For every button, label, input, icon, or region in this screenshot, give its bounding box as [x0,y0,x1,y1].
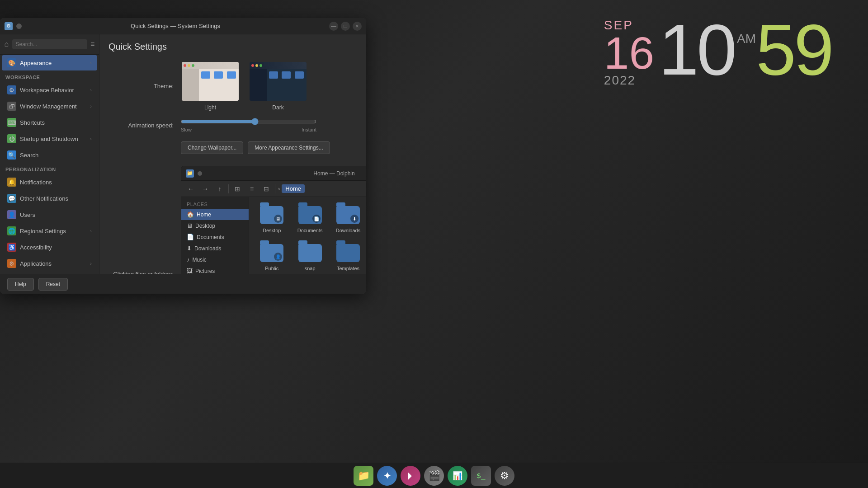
prev-dot-green [192,64,194,67]
file-downloads[interactable]: ⬇ Downloads [331,202,365,237]
taskbar-kde[interactable]: ✦ [377,466,397,486]
kde-taskbar-icon: ✦ [383,470,391,481]
breadcrumb-home[interactable]: Home [282,184,305,193]
file-desktop[interactable]: 🖥 Desktop [255,202,289,237]
dark-body [250,69,307,101]
prev-folder-2 [214,71,223,79]
sidebar-item-regional[interactable]: 🌐 Regional Settings › [2,223,97,239]
place-music[interactable]: ♪ Music [181,254,249,265]
place-documents[interactable]: 📄 Documents [181,231,249,243]
light-body [182,69,239,101]
toolbar-sep-2 [275,184,275,193]
sidebar-item-users[interactable]: 👤 Users [2,207,97,222]
dprev-folder-1 [269,71,278,79]
taskbar: 📁 ✦ ⏵ 🎬 📊 $_ ⚙ [0,463,868,488]
taskbar-terminal[interactable]: $_ [471,466,491,486]
place-pictures[interactable]: 🖼 Pictures [181,265,249,274]
light-theme-image [182,62,239,101]
dark-theme-name: Dark [272,104,283,111]
theme-dark-option[interactable]: Dark [249,61,307,111]
sidebar-item-search[interactable]: 🔍 Search [2,147,97,163]
sidebar-item-accessibility[interactable]: ♿ Accessibility [2,239,97,255]
file-snap[interactable]: snap [292,240,327,274]
users-label: Users [20,211,35,218]
minimize-button[interactable]: — [329,22,338,31]
dprev-folder-3 [295,71,304,79]
breadcrumb-arrow: › [278,185,280,192]
appearance-buttons-row: Change Wallpaper... More Appearance Sett… [108,140,357,154]
sidebar-item-workspace-behavior[interactable]: ⚙ Workspace Behavior › [2,82,97,98]
sidebar-home-button[interactable]: ⌂ [4,38,9,51]
terminal-taskbar-icon: $_ [476,471,485,480]
clock-hour: 10 [659,14,735,86]
downloads-folder-overlay: ⬇ [350,215,359,223]
music-place-label: Music [193,257,207,263]
place-home[interactable]: 🏠 Home [181,209,249,220]
public-folder-overlay: 👤 [274,253,282,261]
notifications-label: Notifications [20,179,52,186]
documents-place-icon: 📄 [187,234,194,240]
wm-arrow: › [90,103,92,109]
close-button[interactable]: × [353,22,362,31]
sidebar-item-applications[interactable]: ⚙ Applications › [2,256,97,271]
breadcrumb: › Home [278,184,305,193]
reset-button[interactable]: Reset [38,278,68,291]
wb-arrow: › [90,87,92,93]
monitor-taskbar-icon: 📊 [453,471,462,481]
startup-icon: ⏻ [7,134,16,143]
animation-slider[interactable] [181,118,316,125]
sidebar-item-appearance[interactable]: 🎨 Appearance › [2,55,97,70]
sidebar-item-shortcuts[interactable]: ⌨ Shortcuts [2,115,97,130]
maximize-button[interactable]: □ [341,22,350,31]
sidebar-item-notifications[interactable]: 🔔 Notifications [2,174,97,190]
clock-minutes: 59 [756,14,832,86]
search-input[interactable] [12,39,87,49]
place-downloads[interactable]: ⬇ Downloads [181,243,249,254]
file-public[interactable]: 👤 Public [255,240,289,274]
taskbar-monitor[interactable]: 📊 [448,466,467,486]
forward-button[interactable]: → [199,183,211,195]
up-button[interactable]: ↑ [214,183,226,195]
taskbar-films[interactable]: 🎬 [424,466,444,486]
taskbar-settings[interactable]: ⚙ [495,466,514,486]
file-documents[interactable]: 📄 Documents [292,202,327,237]
light-theme-preview [181,61,240,102]
file-templates[interactable]: Templates [331,240,365,274]
sidebar-item-other-notifications[interactable]: 💬 Other Notifications [2,191,97,206]
change-wallpaper-button[interactable]: Change Wallpaper... [181,141,243,154]
files-grid: 🖥 Desktop [249,197,366,274]
sidebar-item-window-management[interactable]: 🗗 Window Management › [2,99,97,114]
window-mgmt-icon: 🗗 [7,102,16,111]
taskbar-files[interactable]: 📁 [354,466,373,486]
theme-light-option[interactable]: Light [181,61,240,111]
downloads-folder-tab [336,202,345,206]
view-list-button[interactable]: ≡ [246,183,258,195]
appearance-label: Appearance [20,60,52,66]
instant-label: Instant [302,127,316,132]
workspace-behavior-icon: ⚙ [7,85,16,94]
appearance-buttons: Change Wallpaper... More Appearance Sett… [181,141,330,154]
help-button[interactable]: Help [7,278,34,291]
search-icon: 🔍 [7,150,16,160]
view-compact-button[interactable]: ⊟ [260,183,272,195]
place-desktop[interactable]: 🖥 Desktop [181,220,249,231]
dolphin-title: Home — Dolphin [206,170,366,177]
downloads-place-label: Downloads [194,245,221,252]
search-label: Search [20,152,38,159]
dark-titlebar [250,62,307,69]
downloads-file-name: Downloads [336,228,360,233]
clock-widget: SEP 16 2022 10 AM 59 [604,14,832,88]
sidebar-menu-button[interactable]: ≡ [90,38,96,51]
main-content: Quick Settings Theme: [99,34,366,274]
applications-icon: ⚙ [7,259,16,268]
back-button[interactable]: ← [185,183,197,195]
more-settings-button[interactable]: More Appearance Settings... [248,141,330,154]
taskbar-media[interactable]: ⏵ [401,466,420,486]
sidebar-item-startup[interactable]: ⏻ Startup and Shutdown › [2,131,97,146]
startup-arrow: › [90,136,92,141]
desktop-place-label: Desktop [195,223,215,229]
snap-folder-icon [298,244,322,264]
view-icons-button[interactable]: ⊞ [231,183,243,195]
clock-date: SEP 16 2022 [604,14,654,88]
dolphin-window: 📁 Home — Dolphin ? — □ × ← → [181,166,366,274]
